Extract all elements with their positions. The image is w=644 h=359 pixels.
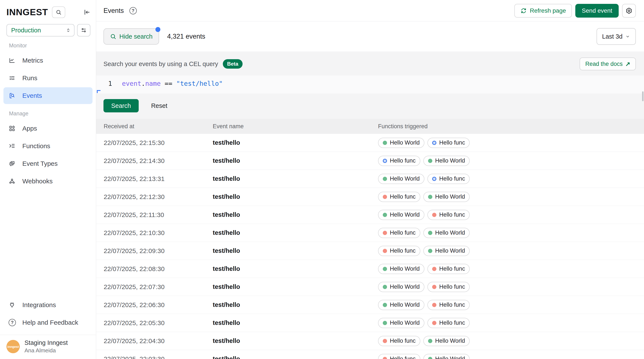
line-number: 1 bbox=[106, 79, 112, 88]
collapse-sidebar-icon bbox=[83, 8, 90, 16]
function-badge[interactable]: Hello func bbox=[428, 300, 470, 310]
event-name-cell: test/hello bbox=[213, 301, 378, 308]
function-badge[interactable]: Hello func bbox=[378, 354, 420, 359]
chevron-down-icon bbox=[625, 34, 630, 39]
function-badge[interactable]: Hello func bbox=[428, 264, 470, 274]
table-row[interactable]: 22/07/2025, 22:08:30 test/hello Hello Wo… bbox=[96, 260, 644, 278]
account-menu[interactable]: inngest Staging Inngest Ana Almeida bbox=[0, 335, 96, 359]
table-row[interactable]: 22/07/2025, 22:03:30 test/hello Hello fu… bbox=[96, 350, 644, 359]
function-name: Hello World bbox=[435, 157, 465, 164]
table-row[interactable]: 22/07/2025, 22:15:30 test/hello Hello Wo… bbox=[96, 134, 644, 152]
scrollbar-thumb[interactable] bbox=[642, 91, 644, 101]
settings-button[interactable] bbox=[622, 4, 636, 17]
sidebar-item-functions[interactable]: Functions bbox=[4, 138, 92, 154]
table-row[interactable]: 22/07/2025, 22:07:30 test/hello Hello Wo… bbox=[96, 278, 644, 296]
sidebar-item-metrics[interactable]: Metrics bbox=[4, 52, 92, 69]
environment-filter-button[interactable] bbox=[77, 24, 90, 36]
search-button[interactable]: Search bbox=[104, 99, 139, 112]
sidebar-item-apps[interactable]: Apps bbox=[4, 120, 92, 137]
sidebar-item-help-feedback[interactable]: ? Help and Feedback bbox=[4, 314, 92, 331]
reset-button[interactable]: Reset bbox=[151, 102, 168, 109]
function-badge[interactable]: Hello World bbox=[378, 300, 424, 310]
sidebar-item-runs[interactable]: Runs bbox=[4, 70, 92, 86]
event-name-cell: test/hello bbox=[213, 211, 378, 218]
function-badge[interactable]: Hello func bbox=[428, 138, 470, 148]
table-row[interactable]: 22/07/2025, 22:06:30 test/hello Hello Wo… bbox=[96, 296, 644, 314]
function-badge[interactable]: Hello func bbox=[428, 210, 470, 220]
function-name: Hello func bbox=[390, 157, 416, 164]
sidebar-item-event-types[interactable]: Event Types bbox=[4, 155, 92, 172]
function-badge[interactable]: Hello func bbox=[378, 246, 420, 256]
table-row[interactable]: 22/07/2025, 22:09:30 test/hello Hello fu… bbox=[96, 242, 644, 260]
column-functions-triggered: Functions triggered bbox=[378, 123, 644, 130]
collapse-sidebar-button[interactable] bbox=[83, 8, 90, 16]
table-row[interactable]: 22/07/2025, 22:13:31 test/hello Hello Wo… bbox=[96, 170, 644, 188]
function-badge[interactable]: Hello World bbox=[378, 264, 424, 274]
event-name-cell: test/hello bbox=[213, 193, 378, 200]
environment-selector-value: Production bbox=[11, 27, 41, 34]
events-count: 4,321 events bbox=[167, 32, 206, 40]
received-at-cell: 22/07/2025, 22:11:30 bbox=[104, 211, 213, 219]
function-badge[interactable]: Hello World bbox=[378, 318, 424, 328]
table-row[interactable]: 22/07/2025, 22:04:30 test/hello Hello fu… bbox=[96, 332, 644, 350]
refresh-page-button[interactable]: Refresh page bbox=[514, 4, 572, 17]
status-dot-completed bbox=[428, 159, 432, 163]
function-badge[interactable]: Hello func bbox=[428, 174, 470, 184]
function-badge[interactable]: Hello World bbox=[423, 156, 470, 166]
status-dot-completed bbox=[428, 357, 432, 359]
sidebar-logo-row: INNGEST bbox=[0, 0, 96, 21]
time-range-selector[interactable]: Last 3d bbox=[596, 28, 636, 45]
function-badge[interactable]: Hello func bbox=[428, 318, 470, 328]
received-at-cell: 22/07/2025, 22:03:30 bbox=[104, 355, 213, 359]
function-badge[interactable]: Hello World bbox=[423, 192, 470, 202]
function-badge[interactable]: Hello World bbox=[378, 174, 424, 184]
functions-cell: Hello WorldHello func bbox=[378, 318, 644, 328]
function-name: Hello World bbox=[390, 175, 420, 182]
global-search-button[interactable] bbox=[52, 6, 65, 18]
function-badge[interactable]: Hello World bbox=[378, 138, 424, 148]
environment-selector[interactable]: Production bbox=[6, 24, 74, 36]
function-badge[interactable]: Hello func bbox=[428, 282, 470, 292]
function-badge[interactable]: Hello World bbox=[423, 354, 470, 359]
table-row[interactable]: 22/07/2025, 22:12:30 test/hello Hello fu… bbox=[96, 188, 644, 206]
external-link-icon: ↗ bbox=[625, 60, 630, 67]
table-row[interactable]: 22/07/2025, 22:05:30 test/hello Hello Wo… bbox=[96, 314, 644, 332]
function-badge[interactable]: Hello World bbox=[378, 210, 424, 220]
table-row[interactable]: 22/07/2025, 22:14:30 test/hello Hello fu… bbox=[96, 152, 644, 170]
send-event-label: Send event bbox=[582, 7, 612, 14]
function-badge[interactable]: Hello World bbox=[423, 246, 470, 256]
page-help-button[interactable]: ? bbox=[130, 7, 137, 14]
function-badge[interactable]: Hello func bbox=[378, 192, 420, 202]
function-badge[interactable]: Hello func bbox=[378, 336, 420, 346]
event-name-cell: test/hello bbox=[213, 139, 378, 146]
column-received-at: Received at bbox=[104, 123, 213, 130]
cel-search-panel: Search your events by using a CEL query … bbox=[96, 51, 644, 119]
function-badge[interactable]: Hello World bbox=[423, 228, 470, 238]
received-at-cell: 22/07/2025, 22:04:30 bbox=[104, 337, 213, 345]
sidebar-item-integrations[interactable]: Integrations bbox=[4, 297, 92, 313]
function-badge[interactable]: Hello func bbox=[378, 228, 420, 238]
send-event-button[interactable]: Send event bbox=[575, 4, 619, 17]
status-dot-completed bbox=[383, 285, 387, 289]
cel-panel-actions: Search Reset bbox=[96, 93, 644, 119]
functions-cell: Hello WorldHello func bbox=[378, 282, 644, 292]
hide-search-button[interactable]: Hide search bbox=[104, 28, 159, 45]
cel-panel-title: Search your events by using a CEL query bbox=[104, 60, 218, 67]
table-row[interactable]: 22/07/2025, 22:11:30 test/hello Hello Wo… bbox=[96, 206, 644, 224]
read-docs-label: Read the docs bbox=[585, 61, 622, 67]
table-row[interactable]: 22/07/2025, 22:10:30 test/hello Hello fu… bbox=[96, 224, 644, 242]
function-badge[interactable]: Hello World bbox=[378, 282, 424, 292]
cel-query-editor[interactable]: 1 event.name == "test/hello" bbox=[96, 75, 644, 93]
sidebar-footer: Integrations ? Help and Feedback bbox=[0, 297, 96, 335]
function-name: Hello World bbox=[390, 139, 420, 146]
event-name-cell: test/hello bbox=[213, 247, 378, 254]
status-dot-completed bbox=[428, 231, 432, 235]
sidebar-item-webhooks[interactable]: Webhooks bbox=[4, 173, 92, 190]
sidebar-item-label: Apps bbox=[22, 125, 37, 132]
read-docs-button[interactable]: Read the docs ↗ bbox=[580, 57, 636, 70]
function-badge[interactable]: Hello World bbox=[423, 336, 470, 346]
function-name: Hello func bbox=[390, 248, 416, 254]
function-badge[interactable]: Hello func bbox=[378, 156, 420, 166]
cel-query-code: event.name == "test/hello" bbox=[122, 79, 223, 88]
sidebar-item-events[interactable]: Events bbox=[4, 87, 92, 104]
